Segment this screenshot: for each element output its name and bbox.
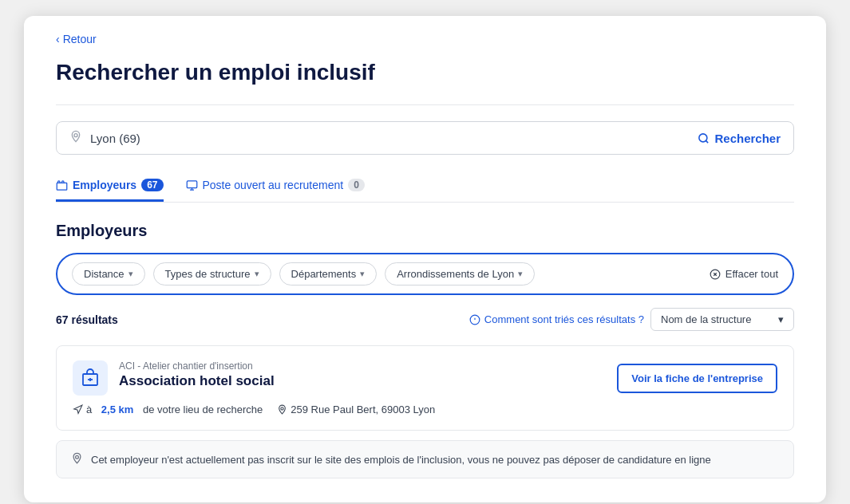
notice-card: Cet employeur n'est actuellement pas ins… [56, 440, 794, 478]
main-window: ‹ Retour Rechercher un emploi inclusif R… [24, 16, 826, 502]
sort-help-link[interactable]: Comment sont triés ces résultats ? [469, 313, 644, 325]
employer-card-top: ACI - Atelier chantier d'insertion Assoc… [73, 360, 777, 396]
distance-prefix: à [86, 404, 92, 415]
employer-type: ACI - Atelier chantier d'insertion [119, 360, 606, 372]
address-text: 259 Rue Paul Bert, 69003 Lyon [291, 404, 435, 415]
tab-employeurs-label: Employeurs [73, 179, 136, 191]
search-button-label: Rechercher [714, 132, 781, 145]
results-count: 67 résultats [56, 313, 118, 326]
employer-distance: à 2,5 km de votre lieu de recherche [73, 404, 263, 415]
svg-rect-4 [187, 180, 197, 187]
divider-top [56, 104, 794, 105]
back-link[interactable]: ‹ Retour [56, 33, 97, 45]
svg-line-2 [706, 140, 709, 143]
employer-icon [73, 360, 108, 396]
chevron-down-icon: ▾ [255, 269, 259, 279]
distance-value: 2,5 km [101, 404, 133, 415]
section-title: Employeurs [56, 222, 794, 240]
chevron-down-icon: ▾ [360, 269, 365, 279]
svg-point-1 [699, 133, 707, 141]
filter-types-structure[interactable]: Types de structure ▾ [153, 262, 271, 285]
results-row: 67 résultats Comment sont triés ces résu… [56, 308, 794, 331]
svg-point-0 [74, 134, 77, 137]
tab-employeurs-badge: 67 [141, 179, 163, 191]
svg-point-18 [76, 455, 79, 459]
clear-all-label: Effacer tout [725, 268, 778, 280]
sort-chevron-icon: ▾ [778, 313, 784, 325]
view-company-button[interactable]: Voir la fiche de l'entreprise [617, 364, 777, 393]
filters-bar: Distance ▾ Types de structure ▾ Départem… [56, 253, 794, 295]
sort-help-text: Comment sont triés ces résultats ? [484, 313, 644, 325]
filter-distance[interactable]: Distance ▾ [72, 262, 145, 285]
location-input[interactable] [90, 132, 690, 145]
chevron-left-icon: ‹ [56, 33, 60, 45]
sort-select-label: Nom de la structure [661, 313, 751, 325]
filter-departements-label: Départements [291, 268, 357, 280]
distance-suffix: de votre lieu de recherche [143, 404, 263, 415]
map-pin-icon [71, 452, 83, 467]
back-label: Retour [63, 33, 97, 45]
filter-types-label: Types de structure [165, 268, 251, 280]
location-icon [69, 130, 82, 146]
employer-name: Association hotel social [119, 373, 606, 389]
employer-meta: à 2,5 km de votre lieu de recherche 259 … [73, 404, 777, 415]
tab-employeurs[interactable]: Employeurs 67 [56, 171, 164, 202]
tab-postes-label: Poste ouvert au recrutement [203, 179, 344, 191]
filter-distance-label: Distance [84, 268, 125, 280]
employer-card: ACI - Atelier chantier d'insertion Assoc… [56, 345, 794, 431]
svg-marker-16 [74, 405, 82, 413]
filter-arrondissements[interactable]: Arrondissements de Lyon ▾ [385, 262, 535, 285]
clear-all-button[interactable]: Effacer tout [710, 268, 778, 280]
sort-select[interactable]: Nom de la structure ▾ [650, 308, 794, 331]
employer-address: 259 Rue Paul Bert, 69003 Lyon [277, 404, 435, 415]
chevron-down-icon: ▾ [128, 269, 133, 279]
chevron-down-icon: ▾ [518, 269, 523, 279]
svg-rect-3 [57, 183, 67, 190]
tabs-bar: Employeurs 67 Poste ouvert au recrutemen… [56, 171, 794, 203]
filter-arrondissements-label: Arrondissements de Lyon [397, 268, 514, 280]
tab-postes-badge: 0 [348, 179, 365, 191]
search-button[interactable]: Rechercher [698, 132, 781, 145]
tab-postes[interactable]: Poste ouvert au recrutement 0 [186, 171, 365, 202]
search-bar: Rechercher [56, 121, 794, 155]
svg-point-17 [281, 408, 283, 410]
notice-text: Cet employeur n'est actuellement pas ins… [91, 454, 711, 466]
page-title: Rechercher un emploi inclusif [56, 60, 794, 85]
filter-departements[interactable]: Départements ▾ [279, 262, 378, 285]
employer-info: ACI - Atelier chantier d'insertion Assoc… [119, 360, 606, 389]
